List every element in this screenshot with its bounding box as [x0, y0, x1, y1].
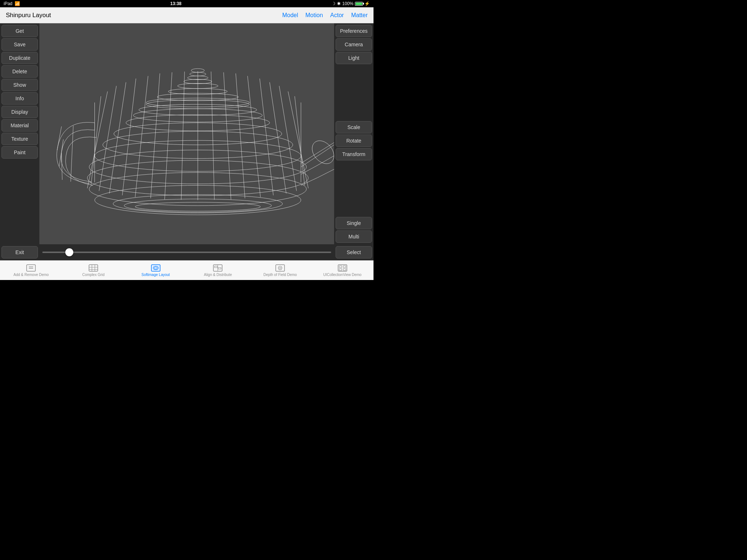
clock: 13:38 — [170, 1, 182, 6]
tab-softimage-icon — [151, 264, 161, 272]
duplicate-button[interactable]: Duplicate — [1, 52, 38, 64]
scale-button[interactable]: Scale — [336, 121, 372, 133]
svg-rect-76 — [343, 269, 346, 271]
svg-rect-73 — [339, 266, 342, 268]
display-button[interactable]: Display — [1, 106, 38, 118]
battery-icon — [355, 2, 363, 6]
multi-button[interactable]: Multi — [336, 230, 372, 243]
svg-rect-54 — [27, 265, 35, 271]
tab-align-distribute-icon — [213, 264, 223, 272]
left-sidebar: Get Save Duplicate Delete Show Info Disp… — [0, 23, 39, 244]
teapot-wireframe — [39, 23, 334, 244]
svg-rect-74 — [343, 266, 346, 268]
nav-model[interactable]: Model — [282, 12, 298, 19]
svg-rect-68 — [218, 268, 221, 269]
tab-complex-grid-label: Complex Grid — [82, 273, 104, 277]
paint-button[interactable]: Paint — [1, 146, 38, 159]
save-button[interactable]: Save — [1, 38, 38, 51]
main-layout: Get Save Duplicate Delete Show Info Disp… — [0, 23, 374, 244]
bluetooth-icon: ✱ — [337, 1, 341, 6]
tab-align-distribute-label: Align & Distribute — [204, 273, 232, 277]
tab-softimage-label: Softimage Layout — [142, 273, 170, 277]
nav-matter[interactable]: Matter — [351, 12, 368, 19]
status-right: ☽ ✱ 100% ⚡ — [332, 1, 370, 6]
right-spacer-bottom — [336, 162, 372, 216]
nav-actor[interactable]: Actor — [330, 12, 344, 19]
wifi-icon: 📶 — [15, 1, 20, 6]
svg-rect-57 — [89, 265, 98, 271]
tab-add-remove-label: Add & Remove Demo — [13, 273, 49, 277]
texture-button[interactable]: Texture — [1, 133, 38, 145]
viewport[interactable] — [39, 23, 334, 244]
tab-uicollection-icon — [337, 264, 348, 272]
svg-rect-62 — [151, 265, 160, 271]
status-bar: iPad 📶 13:38 ☽ ✱ 100% ⚡ — [0, 0, 374, 7]
material-button[interactable]: Material — [1, 119, 38, 132]
tab-add-remove-icon — [26, 264, 36, 272]
camera-button[interactable]: Camera — [336, 38, 372, 51]
slider-container[interactable] — [39, 252, 334, 253]
delete-button[interactable]: Delete — [1, 65, 38, 78]
nav-buttons: Model Motion Actor Matter — [282, 12, 368, 19]
charging-icon: ⚡ — [364, 1, 370, 6]
svg-rect-75 — [339, 269, 342, 271]
svg-point-70 — [278, 266, 282, 270]
info-button[interactable]: Info — [1, 92, 38, 105]
slider-track[interactable] — [42, 252, 331, 253]
preferences-button[interactable]: Preferences — [336, 25, 372, 37]
moon-icon: ☽ — [332, 1, 336, 6]
tab-uicollection-label: UICollectionView Demo — [323, 273, 361, 277]
get-button[interactable]: Get — [1, 25, 38, 37]
battery-fill — [356, 3, 362, 5]
tab-align-distribute[interactable]: Align & Distribute — [187, 261, 249, 280]
device-label: iPad — [4, 1, 12, 6]
tab-depth-label: Depth of Field Demo — [263, 273, 297, 277]
tab-complex-grid-icon — [88, 264, 98, 272]
tab-bar: Add & Remove Demo Complex Grid Softimage… — [0, 260, 374, 280]
show-button[interactable]: Show — [1, 79, 38, 91]
app-title: Shinpuru Layout — [6, 12, 51, 19]
right-sidebar: Preferences Camera Light Scale Rotate Tr… — [334, 23, 374, 244]
rotate-button[interactable]: Rotate — [336, 135, 372, 147]
bottom-bar: Exit Select — [0, 244, 374, 260]
status-left: iPad 📶 — [4, 1, 20, 6]
exit-button[interactable]: Exit — [1, 246, 38, 258]
transform-button[interactable]: Transform — [336, 148, 372, 160]
title-bar: Shinpuru Layout Model Motion Actor Matte… — [0, 7, 374, 23]
tab-softimage-layout[interactable]: Softimage Layout — [124, 261, 187, 280]
svg-rect-69 — [276, 265, 285, 271]
tab-uicollection[interactable]: UICollectionView Demo — [311, 261, 374, 280]
svg-rect-67 — [214, 266, 217, 268]
right-spacer-top — [336, 65, 372, 120]
tab-add-remove[interactable]: Add & Remove Demo — [0, 261, 62, 280]
tab-depth-of-field[interactable]: Depth of Field Demo — [249, 261, 311, 280]
single-button[interactable]: Single — [336, 217, 372, 229]
nav-motion[interactable]: Motion — [305, 12, 323, 19]
select-button[interactable]: Select — [336, 246, 372, 258]
slider-thumb[interactable] — [65, 248, 73, 256]
svg-point-71 — [279, 267, 281, 269]
battery-percentage: 100% — [342, 1, 353, 6]
tab-depth-icon — [275, 264, 285, 272]
tab-complex-grid[interactable]: Complex Grid — [62, 261, 125, 280]
light-button[interactable]: Light — [336, 52, 372, 64]
